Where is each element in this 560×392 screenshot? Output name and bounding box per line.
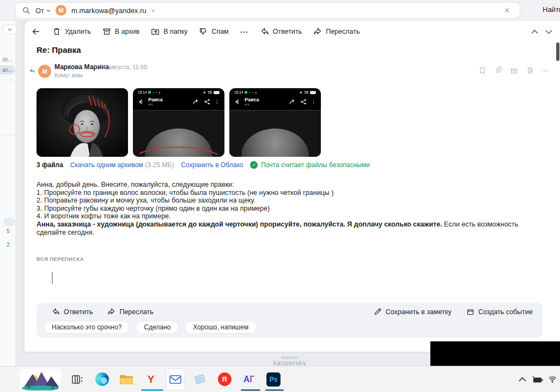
smart-reply-button[interactable]: Хорошо, напишем — [185, 321, 257, 334]
fonts-app-icon[interactable]: АГ — [242, 372, 256, 387]
battery-icon[interactable] — [531, 376, 543, 383]
files-safe-label: Почта считает файлы безопасными — [261, 161, 369, 169]
sender-avatar-chip: M — [56, 5, 66, 16]
message-view-card: Удалить В архив В папку Спам ··· Ответит… — [25, 21, 560, 352]
phone-battery-percent: 58 — [208, 90, 212, 94]
search-submit-button[interactable]: Найти — [543, 5, 560, 14]
phone-app-icon — [245, 91, 247, 94]
text-cursor — [52, 272, 53, 284]
search-query-text: m.markowa@yandex.ru — [71, 7, 146, 15]
gear-icon: ✱ — [300, 90, 303, 94]
archive-icon — [102, 27, 111, 36]
windows-taskbar: Y Я АГ Ps — [0, 366, 560, 392]
body-line: 1. Прорисуйте по границе волос волоски, … — [36, 189, 546, 197]
smart-reply-button[interactable]: Насколько это срочно? — [44, 321, 130, 334]
save-box-icon[interactable] — [510, 66, 518, 75]
download-archive-link[interactable]: Скачать одним архивом — [70, 161, 143, 169]
reply-label: Ответить — [64, 308, 93, 316]
phone-status-icons: • • ▸ — [249, 90, 258, 94]
notepad-icon[interactable] — [193, 372, 207, 387]
hair-photo — [241, 128, 309, 157]
photoshop-icon[interactable]: Ps — [266, 372, 281, 387]
reply-button-bottom[interactable]: Ответить — [52, 308, 93, 316]
arrow-back-icon — [138, 99, 143, 105]
create-event-button[interactable]: Создать событие — [466, 308, 533, 316]
running-indicator — [241, 389, 260, 391]
full-thread-label[interactable]: ВСЯ ПЕРЕПИСКА — [36, 256, 84, 262]
chevron-up-icon[interactable] — [531, 29, 538, 34]
divider — [2, 134, 14, 136]
pen-icon — [374, 308, 382, 316]
body-line: 2. Поправьте раковину и мочку уха, чтобы… — [36, 197, 546, 205]
forward-icon — [107, 308, 115, 316]
smart-reply-button[interactable]: Сделано — [136, 321, 179, 334]
search-filter-from[interactable]: От — [35, 7, 51, 15]
reply-button[interactable]: Ответить — [260, 27, 302, 36]
calendar-icon — [466, 308, 474, 316]
message-date: 29 августа, 11:50 — [100, 64, 147, 70]
move-to-folder-button[interactable]: В папку — [151, 27, 187, 36]
yandex-mail-window: От M m.markowa@yandex.ru × × Найти de...… — [0, 0, 560, 392]
save-note-label: Сохранить в заметку — [386, 308, 452, 316]
archive-size: (3.25 МБ) — [145, 161, 174, 169]
back-button[interactable] — [31, 27, 41, 36]
search-input[interactable]: От M m.markowa@yandex.ru × × — [15, 2, 520, 19]
save-to-cloud-link[interactable]: Сохранить в Облако — [181, 161, 243, 169]
body-line: Анна, заказчица - художница (докапываетс… — [36, 220, 546, 236]
attachments-footer: 3 файла Скачать одним архивом (3.25 МБ) … — [36, 161, 370, 169]
save-to-note-button[interactable]: Сохранить в заметку — [374, 308, 452, 316]
yandex-search-icon[interactable]: Я — [217, 372, 232, 387]
file-explorer-icon[interactable] — [119, 372, 133, 387]
archive-button[interactable]: В архив — [102, 27, 139, 36]
tray-chevron-up-icon[interactable] — [519, 377, 526, 382]
task-view-icon[interactable] — [70, 372, 84, 387]
body-line: Анна, добрый день. Внесите, пожалуйста, … — [36, 181, 546, 189]
list-item-selected[interactable]: an... — [0, 65, 15, 75]
phone-nav-bar: Раиса 4/4 ⋮ — [229, 94, 321, 107]
edge-browser-icon[interactable] — [95, 372, 109, 387]
phone-app-icon — [148, 91, 151, 94]
widgets-weather-tile[interactable] — [20, 369, 61, 390]
forward-button-bottom[interactable]: Переслать — [107, 308, 153, 316]
mail-app-icon[interactable] — [166, 369, 185, 390]
attachment-portrait-thumbnail[interactable] — [36, 88, 128, 157]
message-recipients[interactable]: Кому: вам — [54, 72, 82, 78]
message-subject: Re: Правка — [36, 45, 81, 54]
attachment-phone-screenshot-1[interactable]: 15:14 • • ▸ ✱ 58 Раиса 4/4 — [133, 88, 224, 157]
kebab-menu-icon: ⋮ — [311, 100, 316, 105]
yandex-browser-icon[interactable]: Y — [144, 372, 158, 387]
chevron-down-icon — [8, 28, 12, 31]
forward-button[interactable]: Переслать — [313, 27, 360, 36]
chip-close-icon[interactable]: × — [151, 7, 156, 15]
more-icon[interactable]: ··· — [541, 67, 548, 75]
phone-time: 15:14 — [138, 90, 147, 94]
phone-photo-counter: 4/4 — [245, 103, 259, 106]
phone-time: 15:14 — [234, 90, 243, 94]
create-event-label: Создать событие — [478, 308, 533, 316]
spam-button[interactable]: Спам — [199, 27, 228, 36]
body-line: 3. Прорисуйте губы каждую черточку (прям… — [36, 205, 546, 213]
running-indicator — [141, 389, 163, 391]
search-icon — [22, 7, 31, 15]
quick-reply-panel: Ответить Переслать Сохранить в заметку С… — [36, 303, 543, 338]
collapse-chevron-button[interactable] — [3, 24, 16, 34]
attachment-phone-screenshot-2[interactable]: 15:14 • • ▸ ✱ 58 Раиса 4/4 — [229, 88, 321, 157]
printer-icon[interactable] — [526, 66, 534, 75]
search-clear-icon[interactable]: × — [504, 5, 513, 16]
phone-photo-title: Раиса — [245, 97, 259, 102]
bookmark-icon[interactable] — [478, 66, 486, 75]
battery-icon — [214, 91, 220, 94]
list-item[interactable]: de... — [2, 57, 13, 63]
list-highlight — [3, 218, 15, 226]
scrollbar-thumb[interactable] — [556, 42, 559, 61]
wifi-icon[interactable] — [548, 376, 557, 383]
chevron-down-icon[interactable] — [545, 29, 552, 34]
forward-label: Переслать — [119, 308, 153, 316]
red-annotation-line — [136, 143, 221, 157]
arrow-left-icon — [31, 27, 41, 36]
delete-button[interactable]: Удалить — [52, 27, 91, 36]
paperclip-icon[interactable] — [494, 66, 502, 75]
phone-battery-percent: 58 — [305, 90, 308, 94]
archive-label: В архив — [115, 28, 139, 35]
more-actions-button[interactable]: ··· — [240, 28, 249, 36]
